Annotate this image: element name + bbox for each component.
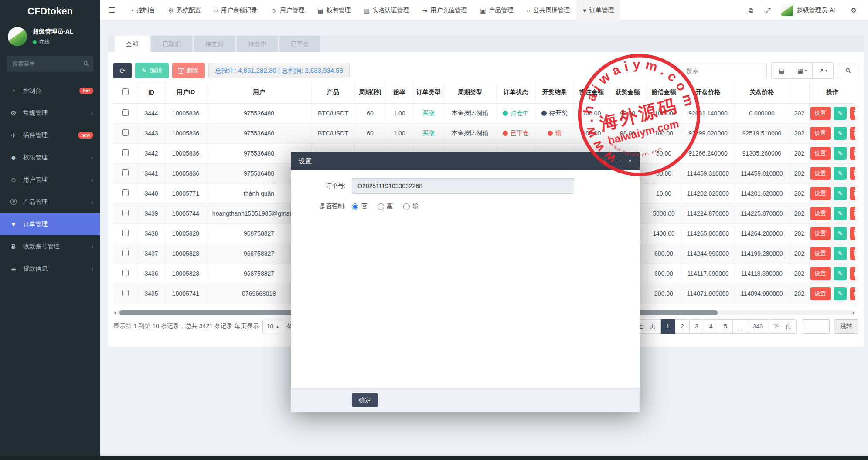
- force-radio[interactable]: [403, 203, 410, 210]
- set-button[interactable]: 设置: [810, 107, 831, 120]
- force-option[interactable]: 赢: [378, 203, 393, 210]
- row-checkbox[interactable]: [122, 189, 129, 196]
- column-header[interactable]: 赔偿金额: [646, 82, 682, 103]
- sidebar-item[interactable]: ⚙ 常规管理 ‹: [0, 102, 100, 124]
- order-number-input[interactable]: [352, 178, 574, 194]
- delete-row-button[interactable]: [850, 207, 855, 220]
- row-checkbox[interactable]: [122, 149, 129, 156]
- column-header[interactable]: 投注金额: [574, 82, 609, 103]
- maximize-icon[interactable]: ❐: [615, 158, 621, 165]
- top-nav-item[interactable]: ○ 公共周期管理: [520, 0, 576, 21]
- select-all-checkbox[interactable]: [122, 88, 129, 95]
- top-nav-item[interactable]: ⚙ 系统配置: [162, 0, 208, 21]
- force-option[interactable]: 否: [352, 203, 367, 210]
- page-button[interactable]: 2: [675, 319, 690, 334]
- confirm-button[interactable]: 确定: [352, 393, 378, 407]
- edit-row-button[interactable]: ✎: [834, 227, 847, 240]
- set-button[interactable]: 设置: [810, 267, 831, 280]
- table-search-input[interactable]: [681, 63, 767, 78]
- set-button[interactable]: 设置: [810, 147, 831, 160]
- delete-row-button[interactable]: [850, 227, 855, 240]
- delete-row-button[interactable]: [850, 147, 855, 160]
- column-header[interactable]: 订单状态: [496, 82, 535, 103]
- set-button[interactable]: 设置: [810, 207, 831, 220]
- column-header[interactable]: 关盘价格: [734, 82, 790, 103]
- jump-button[interactable]: 跳转: [834, 319, 858, 334]
- set-button[interactable]: 设置: [810, 167, 831, 180]
- delete-row-button[interactable]: [850, 127, 855, 140]
- sidebar-item[interactable]: Ƀ 收款账号管理 ‹: [0, 235, 100, 257]
- top-nav-item[interactable]: ☺ 用户管理: [264, 0, 311, 21]
- delete-row-button[interactable]: [850, 287, 855, 300]
- edit-row-button[interactable]: ✎: [834, 267, 847, 280]
- page-button[interactable]: 1: [661, 319, 675, 334]
- top-nav-item[interactable]: ▥ 实名认证管理: [357, 0, 415, 21]
- page-button[interactable]: 3: [690, 319, 704, 334]
- top-nav-item[interactable]: ⇥ 用户充值管理: [416, 0, 474, 21]
- column-header[interactable]: 订单类型: [413, 82, 444, 103]
- set-button[interactable]: 设置: [810, 287, 831, 300]
- top-nav-item[interactable]: ▤ 钱包管理: [311, 0, 357, 21]
- force-option[interactable]: 输: [403, 203, 419, 210]
- sidebar-item[interactable]: ✈ 插件管理 new: [0, 124, 100, 146]
- fullscreen-icon[interactable]: ⤢: [759, 7, 777, 14]
- sidebar-item[interactable]: Ⓟ 产品管理 ‹: [0, 191, 100, 213]
- columns-button[interactable]: ▦▾: [792, 63, 813, 78]
- edit-row-button[interactable]: ✎: [834, 207, 847, 220]
- edit-row-button[interactable]: ✎: [834, 287, 847, 300]
- sidebar-item[interactable]: ≣ 贷款信息 ‹: [0, 257, 100, 280]
- row-checkbox[interactable]: [122, 250, 129, 256]
- current-user-label[interactable]: 超级管理员-AL: [797, 7, 845, 14]
- delete-row-button[interactable]: [850, 187, 855, 200]
- force-radio[interactable]: [378, 203, 384, 210]
- paging-toggle-button[interactable]: ▤: [772, 63, 792, 78]
- minimize-icon[interactable]: ⇩: [603, 158, 608, 165]
- column-header[interactable]: 产品: [311, 82, 355, 103]
- column-header[interactable]: 操作: [809, 82, 855, 103]
- status-tab[interactable]: 持仓中: [237, 36, 278, 52]
- top-nav-item[interactable]: ○ 用户余额记录: [208, 0, 264, 21]
- set-button[interactable]: 设置: [810, 127, 831, 140]
- row-checkbox[interactable]: [122, 169, 129, 176]
- search-submit-button[interactable]: ⚲: [838, 63, 858, 78]
- refresh-button[interactable]: ⟳: [113, 63, 132, 78]
- sidebar-item[interactable]: ♥ 订单管理: [0, 213, 100, 235]
- edit-row-button[interactable]: ✎: [834, 167, 847, 180]
- page-button[interactable]: 下一页: [768, 319, 797, 334]
- jump-page-input[interactable]: [803, 319, 830, 334]
- sidebar-search-input[interactable]: [7, 56, 93, 72]
- status-tab[interactable]: 已平仓: [279, 36, 320, 52]
- close-icon[interactable]: ×: [628, 158, 632, 165]
- sidebar-item[interactable]: ☻ 权限管理 ‹: [0, 146, 100, 169]
- row-checkbox[interactable]: [122, 230, 129, 236]
- scroll-right-icon[interactable]: ▸: [853, 310, 855, 315]
- export-button[interactable]: ↗▾: [813, 63, 833, 78]
- edit-row-button[interactable]: ✎: [834, 147, 847, 160]
- sidebar-item[interactable]: ◔ 控制台 hot: [0, 80, 100, 102]
- column-header[interactable]: 开奖结果: [535, 82, 574, 103]
- set-button[interactable]: 设置: [810, 187, 831, 200]
- row-checkbox[interactable]: [122, 109, 129, 116]
- scroll-left-icon[interactable]: ◂: [114, 310, 116, 315]
- page-button[interactable]: 343: [748, 319, 768, 334]
- edit-row-button[interactable]: ✎: [834, 187, 847, 200]
- edit-row-button[interactable]: ✎: [834, 127, 847, 140]
- force-radio[interactable]: [352, 203, 358, 210]
- column-header[interactable]: ID: [138, 82, 165, 103]
- row-checkbox[interactable]: [122, 290, 129, 296]
- copy-icon[interactable]: ⧉: [742, 7, 759, 14]
- column-header[interactable]: 用户: [207, 82, 311, 103]
- page-button[interactable]: ...: [733, 319, 748, 334]
- column-header[interactable]: [790, 82, 809, 103]
- column-header[interactable]: 开盘价格: [682, 82, 734, 103]
- avatar[interactable]: [781, 4, 793, 16]
- edit-row-button[interactable]: ✎: [834, 247, 847, 260]
- set-button[interactable]: 设置: [810, 227, 831, 240]
- status-tab[interactable]: 待支付: [194, 36, 235, 52]
- edit-button[interactable]: ✎ 编辑: [135, 63, 169, 78]
- row-checkbox[interactable]: [122, 270, 129, 276]
- column-header[interactable]: 周期类型: [444, 82, 496, 103]
- set-button[interactable]: 设置: [810, 247, 831, 260]
- dialog-header[interactable]: 设置 ⇩ ❐ ×: [291, 152, 640, 170]
- page-button[interactable]: 4: [704, 319, 718, 334]
